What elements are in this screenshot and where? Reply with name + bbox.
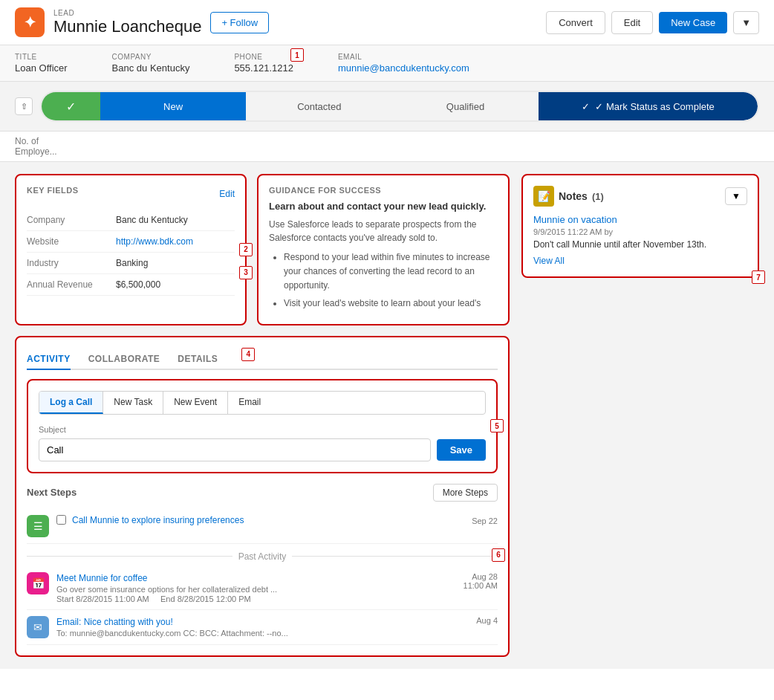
phone-label: PHONE [234,53,293,61]
notes-dropdown-button[interactable]: ▼ [725,187,747,205]
next-step-checkbox[interactable] [56,515,66,525]
subject-label: Subject [39,425,486,434]
status-step-new[interactable]: New [100,92,247,120]
next-step-icon-1: ☰ [27,515,49,537]
status-step-complete[interactable]: ✓ ✓ Mark Status as Complete [539,92,758,120]
edit-button[interactable]: Edit [611,11,653,34]
next-steps-section: Next Steps More Steps ☰ Call Munnie to e… [27,484,498,645]
past-activity-desc-1: Go over some insurance options for her c… [56,585,456,594]
field-value-revenue: $6,500,000 [116,279,160,290]
activity-tab-log-call[interactable]: Log a Call [39,392,103,414]
notes-icon: 📝 [533,186,554,207]
badge-6: 6 [492,548,505,562]
meta-email: EMAIL munnie@bancdukentucky.com [338,53,469,74]
lead-type-label: LEAD [53,9,201,17]
past-activity-icon-2: ✉ [27,616,49,638]
next-steps-title: Next Steps [27,487,77,498]
phone-value: 555.121.1212 [234,62,293,74]
left-column: KEY FIELDS Edit Company Banc du Kentucky… [15,174,510,657]
field-value-website[interactable]: http://www.bdk.com [116,236,193,247]
tabs-row: ACTIVITY COLLABORATE DETAILS 4 [27,348,498,370]
employees-label: No. ofEmploye... [15,136,104,157]
page-wrapper: ✦ LEAD Munnie Loancheque + Follow Conver… [0,0,774,700]
convert-button[interactable]: Convert [546,11,605,34]
collapse-button[interactable]: ⇧ [15,97,33,115]
key-fields-header: KEY FIELDS Edit [27,186,235,202]
company-label: COMPANY [112,53,190,61]
note-body: Don't call Munnie until after November 1… [533,239,747,250]
view-all-link[interactable]: View All [533,256,747,266]
guidance-bullet-2: Visit your lead's website to learn about… [284,296,498,311]
past-activity-title-1[interactable]: Meet Munnie for coffee [56,573,148,583]
status-bar-wrapper: ⇧ ✓ New Contacted Qualified ✓ ✓ Mark Sta… [0,82,774,132]
next-step-date: Sep 22 [466,515,498,526]
guidance-card: GUIDANCE FOR SUCCESS Learn about and con… [257,174,510,325]
field-label-revenue: Annual Revenue [27,279,116,290]
subject-row: Save [39,438,486,461]
note-title-link[interactable]: Munnie on vacation [533,214,747,225]
guidance-bullet-1: Respond to your lead within five minutes… [284,250,498,294]
salesforce-logo: ✦ [15,7,45,37]
status-step-checkmark[interactable]: ✓ [42,92,100,120]
tab-activity[interactable]: ACTIVITY [27,348,71,370]
badge-3: 3 [239,266,253,279]
meta-title: TITLE Loan Officer [15,53,68,74]
activity-tab-new-event[interactable]: New Event [163,392,228,414]
activity-card: ACTIVITY COLLABORATE DETAILS 4 Log a Cal… [15,336,510,657]
past-activity-item-1: 📅 Meet Munnie for coffee Go over some in… [27,566,498,610]
tab-details[interactable]: DETAILS [178,348,218,370]
header: ✦ LEAD Munnie Loancheque + Follow Conver… [0,0,774,45]
tab-collaborate[interactable]: COLLABORATE [88,348,160,370]
new-case-button[interactable]: New Case [659,12,727,33]
next-step-item-1: ☰ Call Munnie to explore insuring prefer… [27,509,498,544]
field-label-company: Company [27,215,116,225]
guidance-list: Respond to your lead within five minutes… [269,250,498,311]
past-activity-content-1: Meet Munnie for coffee Go over some insu… [56,572,456,603]
lead-info: LEAD Munnie Loancheque [53,9,201,36]
right-column: 📝 Notes (1) ▼ Munnie on vacation 9/9/201… [521,174,759,657]
next-steps-header: Next Steps More Steps [27,484,498,502]
field-label-website: Website [27,236,116,247]
key-fields-title: KEY FIELDS [27,186,79,195]
main-content: KEY FIELDS Edit Company Banc du Kentucky… [0,162,774,669]
meta-row: TITLE Loan Officer COMPANY Banc du Kentu… [0,45,774,82]
top-cards-row: KEY FIELDS Edit Company Banc du Kentucky… [15,174,510,325]
field-value-company: Banc du Kentucky [116,215,188,225]
more-actions-button[interactable]: ▼ [733,11,759,34]
meta-phone: PHONE 555.121.1212 1 [234,53,293,74]
badge-2: 2 [239,243,253,256]
follow-button[interactable]: + Follow [210,12,269,33]
status-step-contacted[interactable]: Contacted [246,92,392,120]
lead-name: Munnie Loancheque [53,17,201,36]
note-meta: 9/9/2015 11:22 AM by [533,227,747,236]
activity-tab-new-task[interactable]: New Task [103,392,163,414]
header-right: Convert Edit New Case ▼ [546,11,759,34]
save-button[interactable]: Save [437,439,486,461]
badge-1: 1 [290,48,304,62]
next-step-content-1: Call Munnie to explore insuring preferen… [56,515,458,525]
key-fields-card: KEY FIELDS Edit Company Banc du Kentucky… [15,174,247,325]
activity-tab-email[interactable]: Email [228,392,271,414]
badge-4: 4 [241,348,255,361]
employees-row: No. ofEmploye... [0,132,774,162]
header-left: ✦ LEAD Munnie Loancheque + Follow [15,7,269,37]
next-step-title[interactable]: Call Munnie to explore insuring preferen… [72,515,244,525]
field-row-revenue: Annual Revenue $6,500,000 [27,274,235,296]
past-activity-divider: Past Activity [27,551,498,562]
guidance-body: Use Salesforce leads to separate prospec… [269,218,498,244]
guidance-title: GUIDANCE FOR SUCCESS [269,186,498,195]
past-activity-title-2[interactable]: Email: Nice chatting with you! [56,617,173,627]
more-steps-button[interactable]: More Steps [433,484,498,502]
email-label: EMAIL [338,53,469,61]
email-value: munnie@bancdukentucky.com [338,62,469,74]
past-activity-dates-2: Aug 4 [470,616,498,625]
past-activity-desc-2: To: munnie@bancdukentucky.com CC: BCC: A… [56,629,463,638]
subject-input[interactable] [39,438,431,461]
badge-5: 5 [490,419,504,432]
guidance-headline: Learn about and contact your new lead qu… [269,201,498,212]
status-pipeline: ✓ New Contacted Qualified ✓ ✓ Mark Statu… [40,91,759,122]
badge-7: 7 [752,270,765,284]
company-value: Banc du Kentucky [112,62,190,74]
key-fields-edit-link[interactable]: Edit [219,189,235,199]
status-step-qualified[interactable]: Qualified [392,92,539,120]
